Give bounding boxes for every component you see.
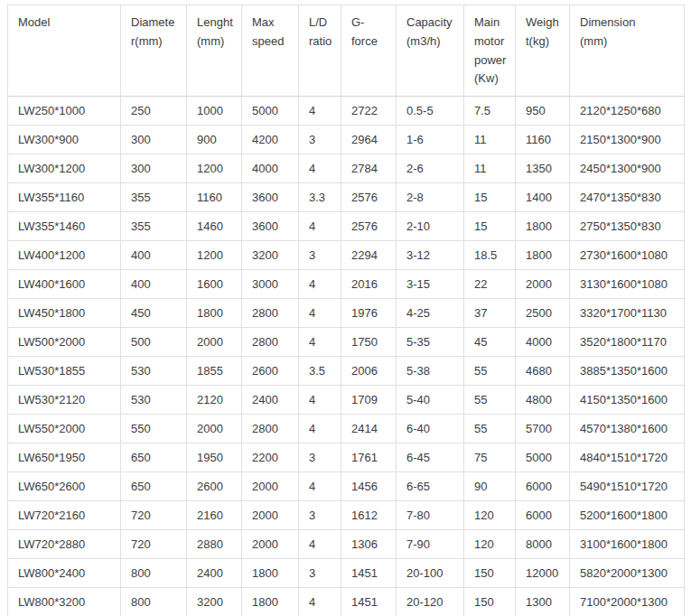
table-cell: 1400 xyxy=(516,183,570,212)
column-header: Dimension (mm) xyxy=(570,5,685,97)
table-cell: 1800 xyxy=(516,212,570,241)
table-cell: 2000 xyxy=(516,270,570,299)
table-row: LW800*2400800240018003145120-10015012000… xyxy=(8,559,685,588)
table-cell: 4-25 xyxy=(397,299,464,328)
table-cell: 1300 xyxy=(516,588,570,616)
table-cell: 1460 xyxy=(187,212,242,241)
table-cell: LW300*1200 xyxy=(8,154,121,183)
table-cell: 1976 xyxy=(341,299,397,328)
column-header-label: Main motor power (Kw) xyxy=(474,15,506,85)
table-cell: 1-6 xyxy=(397,126,464,154)
table-cell: 3600 xyxy=(242,212,299,241)
table-cell: 4000 xyxy=(242,154,299,183)
table-cell: 2120*1250*680 xyxy=(570,97,685,126)
table-cell: 1761 xyxy=(341,443,397,472)
table-cell: 2000 xyxy=(187,415,242,443)
table-cell: 900 xyxy=(187,126,242,154)
table-cell: 1800 xyxy=(242,559,299,588)
table-cell: 800 xyxy=(121,559,187,588)
table-cell: 2150*1300*900 xyxy=(570,126,685,154)
table-cell: 2800 xyxy=(242,328,299,357)
table-cell: 1800 xyxy=(242,588,299,616)
table-cell: 3600 xyxy=(242,183,299,212)
table-row: LW300*9003009004200329641-61111602150*13… xyxy=(8,126,685,154)
table-cell: 4 xyxy=(299,530,341,559)
table-cell: 4 xyxy=(299,154,341,183)
table-cell: 4 xyxy=(299,415,341,443)
table-body: LW250*100025010005000427220.5-57.5950212… xyxy=(8,97,685,616)
table-row: LW530*1855530185526003.520065-3855468038… xyxy=(8,357,685,386)
table-cell: 2600 xyxy=(242,357,299,386)
table-cell: 55 xyxy=(464,415,516,443)
table-cell: 530 xyxy=(121,386,187,415)
table-cell: 1750 xyxy=(341,328,397,357)
table-cell: LW355*1460 xyxy=(8,212,121,241)
table-row: LW650*195065019502200317616-457550004840… xyxy=(8,443,685,472)
column-header-label: Diameter(mm) xyxy=(131,15,174,48)
table-cell: 6-40 xyxy=(397,415,464,443)
table-cell: 2016 xyxy=(341,270,397,299)
table-cell: 37 xyxy=(464,299,516,328)
column-header: Max speed xyxy=(242,5,299,97)
table-cell: 3520*1800*1170 xyxy=(570,328,685,357)
column-header: Main motor power (Kw) xyxy=(464,5,516,97)
table-cell: 2600 xyxy=(187,472,242,501)
table-cell: 530 xyxy=(121,357,187,386)
column-header: Lenght(mm) xyxy=(187,5,242,97)
table-cell: LW250*1000 xyxy=(8,97,121,126)
table-cell: 1451 xyxy=(341,559,397,588)
table-cell: 1451 xyxy=(341,588,397,616)
table-cell: 650 xyxy=(121,472,187,501)
table-cell: 550 xyxy=(121,415,187,443)
table-row: LW720*288072028802000413067-901208000310… xyxy=(8,530,685,559)
table-cell: 3-12 xyxy=(397,241,464,270)
table-cell: 2576 xyxy=(341,212,397,241)
table-cell: 3200 xyxy=(187,588,242,616)
table-cell: 1600 xyxy=(187,270,242,299)
table-cell: 120 xyxy=(464,501,516,530)
table-cell: LW650*1950 xyxy=(8,443,121,472)
table-cell: 4 xyxy=(299,588,341,616)
table-cell: 2294 xyxy=(341,241,397,270)
table-cell: 500 xyxy=(121,328,187,357)
table-cell: 1160 xyxy=(516,126,570,154)
table-row: LW530*212053021202400417095-405548004150… xyxy=(8,386,685,415)
table-cell: 400 xyxy=(121,270,187,299)
table-cell: 2-6 xyxy=(397,154,464,183)
table-cell: LW530*2120 xyxy=(8,386,121,415)
table-cell: 4 xyxy=(299,472,341,501)
table-cell: 4680 xyxy=(516,357,570,386)
table-cell: 20-120 xyxy=(397,588,464,616)
table-cell: 3000 xyxy=(242,270,299,299)
table-cell: 1612 xyxy=(341,501,397,530)
table-cell: 2730*1600*1080 xyxy=(570,241,685,270)
table-cell: 3 xyxy=(299,241,341,270)
table-cell: 800 xyxy=(121,588,187,616)
table-cell: 7.5 xyxy=(464,97,516,126)
table-cell: 22 xyxy=(464,270,516,299)
table-cell: 11 xyxy=(464,154,516,183)
table-cell: 4 xyxy=(299,328,341,357)
table-cell: 45 xyxy=(464,328,516,357)
table-cell: 7-90 xyxy=(397,530,464,559)
table-cell: 355 xyxy=(121,212,187,241)
table-cell: 3 xyxy=(299,501,341,530)
table-cell: 2722 xyxy=(341,97,397,126)
table-cell: LW720*2160 xyxy=(8,501,121,530)
column-header: Weight(kg) xyxy=(516,5,570,97)
column-header-label: Model xyxy=(18,15,50,29)
table-cell: 3100*1600*1800 xyxy=(570,530,685,559)
table-cell: 2000 xyxy=(242,472,299,501)
table-cell: 2-10 xyxy=(397,212,464,241)
table-cell: 150 xyxy=(464,588,516,616)
table-cell: LW400*1600 xyxy=(8,270,121,299)
table-cell: 300 xyxy=(121,154,187,183)
table-cell: 2800 xyxy=(242,299,299,328)
table-cell: 75 xyxy=(464,443,516,472)
table-row: LW400*160040016003000420163-152220003130… xyxy=(8,270,685,299)
table-cell: 18.5 xyxy=(464,241,516,270)
table-cell: 3.3 xyxy=(299,183,341,212)
table-cell: 2500 xyxy=(516,299,570,328)
table-cell: 55 xyxy=(464,386,516,415)
table-cell: 300 xyxy=(121,126,187,154)
